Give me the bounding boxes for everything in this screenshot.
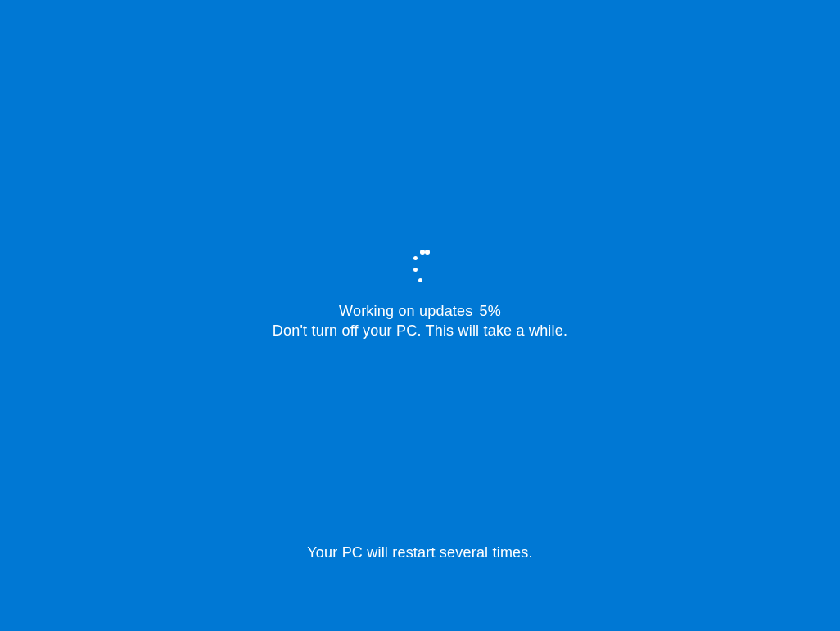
restart-notice: Your PC will restart several times. <box>0 544 840 561</box>
spinner-dot <box>425 250 430 255</box>
update-warning-text: Don't turn off your PC. This will take a… <box>273 322 567 340</box>
spinner-dot <box>413 268 418 272</box>
update-status-panel: Working on updates 5% Don't turn off you… <box>0 250 840 340</box>
spinner-dot <box>413 256 418 260</box>
update-progress-percent: 5% <box>479 303 500 320</box>
loading-spinner-icon <box>404 250 436 282</box>
update-status-label: Working on updates <box>339 303 472 320</box>
spinner-dot <box>420 250 425 255</box>
update-status-line: Working on updates 5% <box>339 303 501 320</box>
spinner-dot <box>418 278 422 282</box>
